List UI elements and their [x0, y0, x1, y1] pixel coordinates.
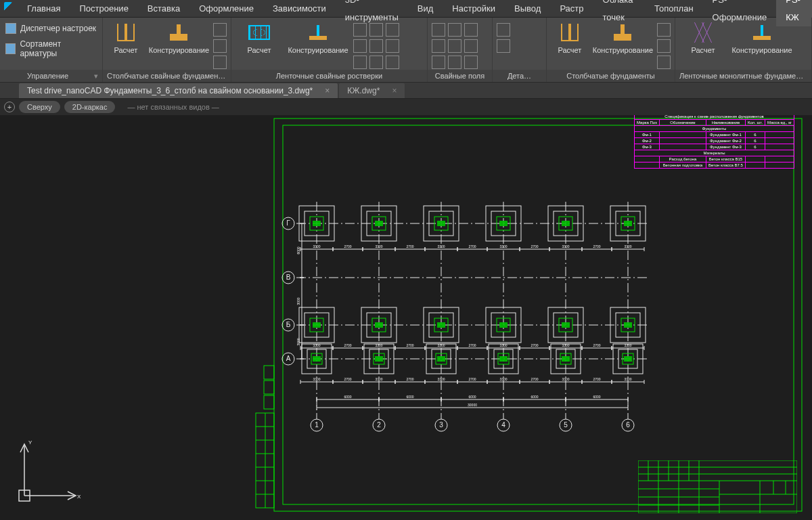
tool-icon[interactable]: [353, 56, 367, 69]
add-view-button[interactable]: +: [4, 102, 15, 112]
menu-item[interactable]: Настройки: [443, 0, 505, 18]
tool-icon[interactable]: [213, 23, 227, 37]
tool-icon[interactable]: [448, 56, 461, 69]
tool-icon[interactable]: [353, 23, 367, 37]
calc-button[interactable]: Расчет: [551, 20, 589, 55]
drawing-canvas[interactable]: Спецификация к схеме расположения фундам…: [0, 115, 812, 520]
table-row: Расход бетонаБетон класса B15: [635, 156, 794, 162]
tool-icon[interactable]: [464, 39, 478, 53]
menu-item[interactable]: Растр: [550, 0, 593, 18]
button-label: Конструирование: [593, 46, 653, 55]
svg-text:3300: 3300: [437, 244, 445, 248]
tool-icon[interactable]: [432, 56, 445, 69]
tool-icon[interactable]: [213, 56, 227, 69]
menu-item[interactable]: Вставка: [138, 0, 189, 18]
calc-button[interactable]: Расчет: [107, 20, 145, 55]
tool-icon[interactable]: [386, 23, 399, 37]
svg-text:3300: 3300: [624, 244, 631, 248]
button-label: Сортамент арматуры: [20, 39, 97, 58]
design-button[interactable]: Конструирование: [287, 20, 349, 55]
tab-label: Test drive_nanoCAD Фундаменты_3_6_столб …: [27, 86, 313, 95]
tool-icon[interactable]: [657, 23, 671, 37]
svg-text:6000: 6000: [296, 246, 300, 254]
document-tab[interactable]: Test drive_nanoCAD Фундаменты_3_6_столб …: [19, 83, 338, 98]
svg-text:2700: 2700: [344, 377, 351, 381]
svg-text:В: В: [286, 274, 291, 281]
svg-rect-2: [264, 366, 274, 379]
svg-text:3000: 3000: [296, 338, 300, 345]
tool-icon[interactable]: [448, 39, 461, 53]
button-label: Конструирование: [731, 46, 792, 55]
tool-icon[interactable]: [369, 56, 383, 69]
svg-rect-80: [375, 322, 383, 328]
svg-text:6: 6: [626, 421, 630, 429]
close-icon[interactable]: ×: [325, 86, 330, 95]
calc-button[interactable]: Расчет: [235, 20, 283, 55]
design-button[interactable]: Конструирование: [149, 20, 209, 55]
tool-icon[interactable]: [432, 39, 445, 53]
tool-icon[interactable]: [386, 56, 399, 69]
svg-text:2700: 2700: [593, 244, 600, 248]
svg-rect-96: [624, 322, 632, 328]
menu-item[interactable]: Зависимости: [263, 0, 336, 18]
panel-small-tools: [213, 20, 227, 69]
menu-item[interactable]: Построение: [70, 0, 137, 18]
tool-icon[interactable]: [432, 23, 445, 37]
svg-text:2700: 2700: [531, 244, 538, 248]
ribbon: Диспетчер настроек Сортамент арматуры Уп…: [0, 18, 812, 83]
svg-text:6000: 6000: [406, 395, 413, 399]
svg-text:3300: 3300: [313, 244, 320, 248]
panel-caption: Ленточные монолитные фундаменты: [675, 70, 811, 82]
design-button[interactable]: Конструирование: [593, 20, 653, 55]
tool-icon[interactable]: [448, 23, 461, 37]
tool-icon[interactable]: [497, 23, 510, 37]
design-button[interactable]: Конструирование: [731, 20, 793, 55]
settings-manager-button[interactable]: Диспетчер настроек: [4, 22, 98, 35]
column-icon: [559, 22, 581, 43]
close-icon[interactable]: ×: [392, 86, 397, 95]
svg-text:3300: 3300: [499, 343, 507, 347]
svg-text:6000: 6000: [468, 395, 476, 399]
menu-item[interactable]: Топоплан: [645, 0, 702, 18]
svg-rect-52: [313, 221, 321, 226]
table-row: Фм-1Фундамент Фм-16: [635, 132, 794, 138]
tool-icon[interactable]: [497, 39, 510, 53]
settings-icon: [5, 23, 16, 34]
tool-icon[interactable]: [353, 39, 367, 53]
svg-rect-108: [437, 356, 445, 362]
tool-icon[interactable]: [369, 39, 383, 53]
tool-icon[interactable]: [657, 39, 671, 53]
plate-icon: [612, 22, 633, 43]
tool-icon[interactable]: [386, 39, 399, 53]
rebar-catalog-button[interactable]: Сортамент арматуры: [4, 38, 98, 60]
menu-item[interactable]: Вид: [408, 0, 443, 18]
svg-text:2700: 2700: [593, 343, 600, 347]
plate-icon: [168, 22, 189, 43]
view-pill[interactable]: 2D-каркас: [64, 101, 116, 113]
calc-button[interactable]: Расчет: [679, 20, 727, 55]
menu-item[interactable]: Оформление: [189, 0, 263, 18]
tool-icon[interactable]: [213, 39, 227, 53]
tool-icon[interactable]: [464, 56, 478, 69]
button-label: Диспетчер настроек: [20, 24, 96, 33]
button-label: Расчет: [558, 46, 581, 55]
tool-icon[interactable]: [464, 23, 478, 37]
menu-item[interactable]: Вывод: [505, 0, 550, 18]
svg-rect-56: [375, 221, 383, 226]
svg-rect-116: [562, 356, 570, 362]
svg-text:6000: 6000: [531, 395, 538, 399]
svg-rect-100: [313, 356, 321, 362]
svg-text:2700: 2700: [344, 244, 351, 248]
tool-icon[interactable]: [657, 56, 671, 69]
svg-text:3300: 3300: [375, 244, 382, 248]
svg-text:2700: 2700: [531, 343, 538, 347]
menu-item[interactable]: Главная: [18, 0, 70, 18]
ucs-gizmo[interactable]: Y X: [12, 433, 87, 508]
svg-text:3300: 3300: [499, 377, 507, 381]
tool-icon[interactable]: [369, 23, 383, 37]
document-tab[interactable]: КЖ.dwg* ×: [339, 83, 405, 98]
view-pill[interactable]: Сверху: [19, 101, 60, 113]
menu-bar: Главная Построение Вставка Оформление За…: [0, 0, 812, 18]
svg-text:3300: 3300: [437, 343, 445, 347]
svg-rect-88: [499, 322, 508, 328]
